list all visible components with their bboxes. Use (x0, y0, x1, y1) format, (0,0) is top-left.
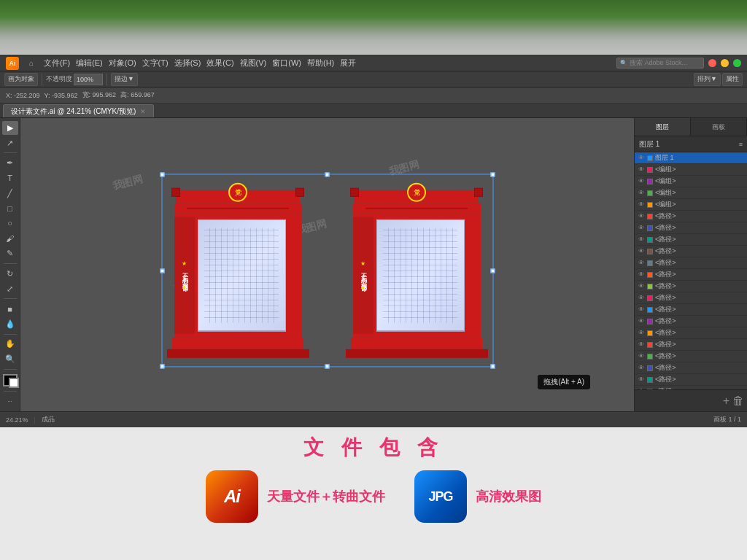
add-layer-btn[interactable]: + (723, 394, 729, 408)
line-tool[interactable]: ╱ (2, 187, 18, 201)
layer-item[interactable]: 👁 <路径> (635, 351, 747, 362)
layer-visibility-toggle[interactable]: 👁 (638, 201, 645, 209)
pen-tool[interactable]: ✒ (2, 156, 18, 170)
layer-visibility-toggle[interactable]: 👁 (638, 318, 645, 325)
rect-tool[interactable]: □ (2, 201, 18, 215)
layer-visibility-toggle[interactable]: 👁 (638, 155, 645, 162)
menu-edit[interactable]: 编辑(E) (76, 58, 103, 69)
properties-btn[interactable]: 属性 (722, 73, 743, 86)
select-tool[interactable]: ▶ (2, 121, 18, 135)
layer-visibility-toggle[interactable]: 👁 (638, 213, 645, 220)
menu-help[interactable]: 帮助(H) (307, 58, 334, 69)
menu-select[interactable]: 选择(S) (174, 58, 201, 69)
layer-item[interactable]: 👁 <路径> (635, 222, 747, 234)
layer-name-label: 图层 1 (655, 153, 744, 163)
layer-visibility-toggle[interactable]: 👁 (638, 166, 645, 174)
gradient-tool[interactable]: ■ (2, 302, 18, 316)
layer-item[interactable]: 👁 <编组> (635, 199, 747, 211)
layer-item[interactable]: 👁 <路径> (635, 374, 747, 386)
layer-item[interactable]: 👁 <路径> (635, 316, 747, 327)
home-icon[interactable]: ⌂ (26, 58, 36, 69)
layer-item[interactable]: 👁 <路径> (635, 234, 747, 246)
window-min-btn[interactable] (721, 59, 729, 67)
layer-color-swatch (647, 330, 653, 336)
type-tool[interactable]: T (2, 171, 18, 185)
align-object-btn[interactable]: 画为对象 (4, 73, 38, 86)
fill-stroke-indicator[interactable] (3, 374, 18, 387)
window-max-btn[interactable] (733, 59, 741, 67)
delete-layer-btn[interactable]: 🗑 (732, 394, 744, 408)
kiosk1-body: ★ 不忘初心 牢记使命 ★ (174, 214, 302, 338)
hand-tool[interactable]: ✋ (2, 338, 18, 351)
extra-tools-btn[interactable]: ··· (2, 394, 18, 408)
layer-visibility-toggle[interactable]: 👁 (638, 283, 645, 290)
zoom-tool[interactable]: 🔍 (2, 352, 18, 366)
layer-visibility-toggle[interactable]: 👁 (638, 236, 645, 244)
rotate-tool[interactable]: ↻ (2, 267, 18, 281)
arrange-btn[interactable]: 排列▼ (694, 73, 721, 86)
menu-view[interactable]: 视图(V) (240, 58, 267, 69)
layer-item[interactable]: 👁 <路径> (635, 211, 747, 222)
stock-search[interactable]: 🔍 搜索 Adobe Stock... (616, 58, 704, 69)
scale-tool[interactable]: ⤢ (2, 282, 18, 296)
right-tab-layers[interactable]: 图层 (635, 118, 691, 136)
layer-visibility-toggle[interactable]: 👁 (638, 353, 645, 360)
menu-object[interactable]: 对象(O) (109, 58, 136, 69)
layer-item[interactable]: 👁 <编组> (635, 176, 747, 187)
layer-visibility-toggle[interactable]: 👁 (638, 225, 645, 232)
layer-visibility-toggle[interactable]: 👁 (638, 271, 645, 279)
layer-color-swatch (647, 225, 653, 231)
layer-visibility-toggle[interactable]: 👁 (638, 190, 645, 197)
layer-visibility-toggle[interactable]: 👁 (638, 248, 645, 255)
direct-select-tool[interactable]: ↗ (2, 136, 18, 150)
layer-item[interactable]: 👁 <路径> (635, 304, 747, 316)
layer-item[interactable]: 👁 图层 1 (635, 152, 747, 164)
layer-visibility-toggle[interactable]: 👁 (638, 178, 645, 185)
right-tab-artboards[interactable]: 画板 (691, 118, 747, 136)
window-close-btn[interactable] (708, 59, 716, 67)
kiosk1-left-banner: ★ 不忘初心 牢记使命 ★ (174, 217, 195, 334)
pencil-tool[interactable]: ✎ (2, 246, 18, 260)
layer-header: 图层 1 ≡ (635, 136, 747, 152)
layer-item[interactable]: 👁 <路径> (635, 292, 747, 304)
menu-expand[interactable]: 展开 (340, 58, 356, 69)
layer-item[interactable]: 👁 <编组> (635, 164, 747, 176)
layer-visibility-toggle[interactable]: 👁 (638, 341, 645, 349)
layer-visibility-toggle[interactable]: 👁 (638, 295, 645, 302)
layer-item[interactable]: 👁 <路径> (635, 339, 747, 351)
status-label: 成品 (42, 415, 55, 424)
tab-close-btn[interactable]: ✕ (140, 108, 146, 115)
layer-item[interactable]: 👁 <路径> (635, 362, 747, 374)
menu-window[interactable]: 窗口(W) (272, 58, 301, 69)
kiosk1-party-logo: 党 (228, 183, 247, 202)
layer-visibility-toggle[interactable]: 👁 (638, 365, 645, 372)
layer-item[interactable]: 👁 <路径> (635, 257, 747, 269)
layer-visibility-toggle[interactable]: 👁 (638, 376, 645, 384)
menu-effect[interactable]: 效果(C) (206, 58, 233, 69)
ai-doc-tab[interactable]: 设计素文件.ai @ 24.21% (CMYK/预览) ✕ (3, 104, 154, 117)
layer-visibility-toggle[interactable]: 👁 (638, 260, 645, 267)
layer-options-btn[interactable]: ≡ (739, 141, 743, 148)
kiosk2-top-bar: 党 (355, 190, 479, 203)
brush-tool[interactable]: 🖌 (2, 232, 18, 246)
transparency-input[interactable] (74, 74, 103, 85)
layer-item[interactable]: 👁 <编组> (635, 187, 747, 199)
eyedropper-tool[interactable]: 💧 (2, 317, 18, 331)
ai-menu-bar: Ai ⌂ 文件(F) 编辑(E) 对象(O) 文字(T) 选择(S) 效果(C)… (0, 55, 747, 71)
layer-color-swatch (647, 342, 653, 348)
layer-item[interactable]: 👁 <路径> (635, 281, 747, 292)
layer-name-label: <编组> (655, 200, 744, 209)
style-btn[interactable]: 描边▼ (111, 73, 138, 86)
layer-item[interactable]: 👁 <路径> (635, 327, 747, 339)
ellipse-tool[interactable]: ○ (2, 217, 18, 230)
layer-item[interactable]: 👁 <路径> (635, 269, 747, 281)
layer-visibility-toggle[interactable]: 👁 (638, 306, 645, 314)
kiosk2-base-top (351, 338, 482, 349)
layer-item[interactable]: 👁 <路径> (635, 246, 747, 257)
file-types-row: Ai 天量文件＋转曲文件 JPG 高清效果图 (206, 470, 541, 523)
menu-file[interactable]: 文件(F) (44, 58, 70, 69)
layer-visibility-toggle[interactable]: 👁 (638, 330, 645, 337)
ai-canvas-area[interactable]: 我图网 我图网 我图网 我图网 我图网 (20, 118, 634, 411)
banner2-star-top: ★ (360, 260, 365, 267)
menu-text[interactable]: 文字(T) (142, 58, 169, 69)
